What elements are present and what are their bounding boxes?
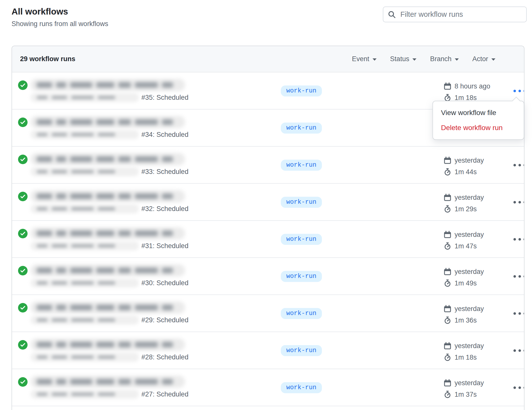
run-number-label: #31: Scheduled [141,242,189,250]
redacted-workflow-name-link[interactable] [31,227,185,239]
time-ago-line: yesterday [444,230,484,239]
kebab-menu-button[interactable] [511,272,524,280]
run-context-menu: View workflow file Delete workflow run [432,101,524,140]
calendar-icon [444,157,451,164]
workflow-run-row: #33: Scheduled work-run yesterday [12,146,524,183]
duration-line: 1m 29s [444,205,484,213]
event-badge[interactable]: work-run [281,160,322,171]
run-meta: 8 hours ago 1m 18s [444,82,490,102]
kebab-menu-button[interactable] [511,198,524,206]
kebab-menu-button[interactable] [511,310,524,318]
event-badge[interactable]: work-run [281,197,322,208]
filter-label: Event [352,55,369,63]
chevron-down-icon [455,58,459,61]
redacted-workflow-path [31,278,139,287]
time-ago-line: yesterday [444,156,484,165]
duration-line: 1m 18s [444,353,484,362]
time-ago-text: 8 hours ago [455,82,490,90]
calendar-icon [444,268,451,275]
event-badge[interactable]: work-run [281,85,322,96]
duration-text: 1m 37s [455,391,477,398]
success-check-icon [18,377,28,387]
stopwatch-icon [444,391,451,398]
duration-text: 1m 49s [455,279,477,287]
stopwatch-icon [444,279,451,287]
redacted-workflow-path [31,167,139,176]
time-ago-line: yesterday [444,304,484,313]
redacted-workflow-name-link[interactable] [31,301,185,314]
duration-text: 1m 29s [455,205,477,213]
success-check-icon [18,155,28,164]
success-check-icon [18,266,28,275]
workflow-run-row: #28: Scheduled work-run yesterday [12,332,524,369]
kebab-menu-button[interactable] [511,347,524,355]
duration-text: 1m 18s [455,354,477,361]
chevron-down-icon [373,58,377,61]
event-badge[interactable]: work-run [281,308,322,319]
duration-line: 1m 49s [444,279,484,287]
success-check-icon [18,192,28,201]
page-heading: All workflows Showing runs from all work… [12,7,108,28]
redacted-workflow-path [31,130,139,139]
redacted-workflow-path [31,353,139,362]
time-ago-text: yesterday [455,379,484,387]
redacted-workflow-name-link[interactable] [31,376,185,388]
run-number-label: #27: Scheduled [141,390,189,398]
time-ago-line: yesterday [444,267,484,276]
redacted-workflow-path [31,204,139,213]
time-ago-text: yesterday [455,231,484,239]
event-badge[interactable]: work-run [281,234,322,245]
duration-line: 1m 44s [444,168,484,176]
run-meta: yesterday 1m 44s [444,156,484,176]
workflow-run-row: #32: Scheduled work-run yesterday [12,183,524,220]
calendar-icon [444,194,451,201]
time-ago-text: yesterday [455,194,484,201]
filter-branch[interactable]: Branch [430,55,459,63]
search-input[interactable] [400,10,522,19]
success-check-icon [18,80,28,90]
calendar-icon [444,82,451,90]
filter-actor[interactable]: Actor [472,55,495,63]
run-number-label: #28: Scheduled [141,353,189,361]
redacted-workflow-name-link[interactable] [31,153,185,165]
redacted-workflow-name-link[interactable] [31,190,185,202]
success-check-icon [18,229,28,238]
run-meta: yesterday 1m 49s [444,267,484,287]
redacted-workflow-name-link[interactable] [31,339,185,351]
redacted-workflow-path [31,241,139,250]
redacted-workflow-name-link[interactable] [31,79,185,91]
chevron-down-icon [412,58,416,61]
redacted-workflow-name-link[interactable] [31,264,185,276]
run-number-label: #34: Scheduled [141,131,189,139]
stopwatch-icon [444,205,451,213]
menu-item-delete-workflow-run[interactable]: Delete workflow run [433,120,524,135]
workflow-runs-count: 29 workflow runs [20,55,75,63]
menu-item-view-workflow-file[interactable]: View workflow file [433,105,524,120]
chevron-down-icon [491,58,495,61]
filter-label: Actor [472,55,488,63]
filters-bar: Event Status Branch Actor [352,55,495,63]
event-badge[interactable]: work-run [281,382,322,393]
workflow-run-row: #27: Scheduled work-run yesterday [12,369,524,406]
event-badge[interactable]: work-run [281,271,322,282]
redacted-workflow-name-link[interactable] [31,116,185,128]
kebab-menu-button[interactable] [511,384,524,392]
partially-visible-row [12,406,524,410]
duration-line: 1m 36s [444,316,484,325]
stopwatch-icon [444,168,451,176]
filter-status[interactable]: Status [390,55,417,63]
duration-text: 1m 47s [455,242,477,250]
stopwatch-icon [444,242,451,250]
event-badge[interactable]: work-run [281,345,322,356]
kebab-menu-button[interactable] [511,87,524,95]
event-badge[interactable]: work-run [281,123,322,134]
time-ago-line: yesterday [444,379,484,387]
filter-label: Branch [430,55,452,63]
kebab-menu-button[interactable] [511,235,524,243]
duration-text: 1m 18s [455,94,477,102]
filter-event[interactable]: Event [352,55,377,63]
filter-runs-searchbox[interactable] [383,7,527,22]
stopwatch-icon [444,94,451,101]
kebab-menu-button[interactable] [511,161,524,169]
workflow-runs-card: 29 workflow runs Event Status Branch Act… [12,46,524,410]
